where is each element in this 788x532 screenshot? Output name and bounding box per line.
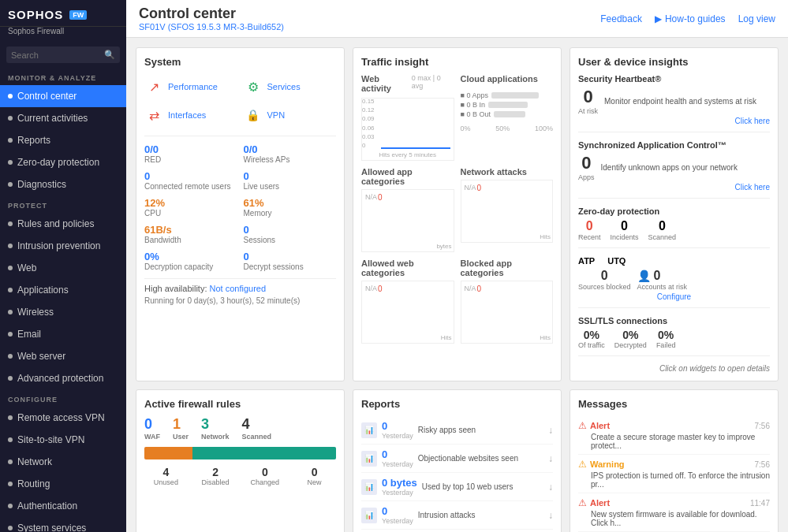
sidebar-item-remote-access-vpn[interactable]: Remote access VPN [0, 407, 126, 429]
report-icon-intrusion-attacks: 📊 [361, 508, 377, 523]
sidebar-item-current-activities[interactable]: Current activities [0, 107, 126, 129]
sidebar-label-applications: Applications [17, 285, 69, 296]
warn-icon-msg-2: ⚠ [578, 459, 587, 470]
msg-body-msg-2: IPS protection is turned off. To enforce… [578, 471, 770, 489]
web-activity-title: Web activity [361, 74, 412, 93]
sidebar-label-advanced-protection: Advanced protection [17, 373, 103, 384]
sidebar-item-web[interactable]: Web [0, 257, 126, 279]
cloud-axis: 0%50%100% [461, 125, 554, 132]
sidebar-sections: MONITOR & ANALYZEControl centerCurrent a… [0, 68, 126, 532]
sidebar-item-applications[interactable]: Applications [0, 279, 126, 301]
sidebar-item-control-center[interactable]: Control center [0, 85, 126, 107]
ssl-of-traffic-val: 0% [578, 329, 605, 341]
sidebar-item-site-to-site-vpn[interactable]: Site-to-site VPN [0, 429, 126, 451]
sidebar-item-rules-policies[interactable]: Rules and policies [0, 213, 126, 235]
connected-remote-stat: 0 Connected remote users [144, 168, 237, 193]
vpn-icon-item[interactable]: 🔒 VPN [244, 102, 337, 128]
report-num-risky-apps: 0 [382, 420, 387, 432]
sidebar-label-network: Network [17, 456, 52, 467]
msg-header-msg-3: ⚠ Alert 11:47 [578, 497, 770, 508]
bandwidth-stat: 61B/s Bandwidth [144, 221, 237, 247]
ssl-decrypted[interactable]: 0% Decrypted [614, 329, 647, 349]
blocked-app-chart: N/A 0 Hits [461, 281, 554, 344]
user-tab[interactable]: 1 User [173, 416, 189, 441]
disabled-label: Disabled [194, 478, 237, 486]
network-tab[interactable]: 3 Network [201, 416, 230, 441]
services-label: Services [267, 82, 301, 91]
atp-sources-blocked[interactable]: 0 Sources blocked [578, 269, 631, 291]
new-stat[interactable]: 0 New [293, 466, 336, 486]
disabled-stat[interactable]: 2 Disabled [194, 466, 237, 486]
report-arrow-risky-apps[interactable]: ↓ [548, 425, 553, 436]
allowed-app-section: Allowed app categories N/A 0 bytes [361, 167, 454, 252]
sidebar-item-authentication[interactable]: Authentication [0, 495, 126, 517]
configure-link[interactable]: Configure [578, 292, 770, 301]
performance-icon-item[interactable]: ↗ Performance [144, 74, 237, 99]
traffic-card: Traffic insight Web activity 0 max | 0 a… [353, 47, 562, 381]
ssl-failed[interactable]: 0% Failed [656, 329, 676, 349]
cloud-bar-2 [494, 111, 525, 117]
zero-day-scanned[interactable]: 0 Scanned [648, 219, 677, 241]
sync-app-link[interactable]: Click here [578, 183, 770, 192]
sidebar-item-advanced-protection[interactable]: Advanced protection [0, 367, 126, 389]
services-icon-item[interactable]: ⚙ Services [244, 74, 337, 99]
report-item-objectionable-websites[interactable]: 📊 0 Yesterday Objectionable websites see… [361, 445, 553, 473]
sidebar-item-system-services[interactable]: System services [0, 517, 126, 532]
unused-stat[interactable]: 4 Unused [144, 466, 188, 486]
messages-title: Messages [578, 398, 770, 410]
sidebar-item-wireless[interactable]: Wireless [0, 301, 126, 323]
sidebar-item-network[interactable]: Network [0, 451, 126, 473]
sidebar-item-reports[interactable]: Reports [0, 129, 126, 151]
cloud-bar-0 [491, 92, 539, 99]
allowed-app-chart: N/A 0 bytes [361, 189, 454, 252]
zero-day-section: Zero-day protection 0 Recent 0 Incidents… [578, 206, 770, 248]
ssl-failed-label: Failed [656, 341, 676, 349]
scanned-tab[interactable]: 4 Scanned [242, 416, 272, 441]
ha-link[interactable]: Not configured [210, 284, 267, 293]
zero-day-incidents[interactable]: 0 Incidents [611, 219, 639, 241]
sidebar-item-routing[interactable]: Routing [0, 473, 126, 495]
report-item-top-web-users[interactable]: 📊 0 bytes Yesterday Used by top 10 web u… [361, 473, 553, 501]
sidebar-item-web-server[interactable]: Web server [0, 345, 126, 367]
security-heartbeat-row: 0 At risk Monitor endpoint health and sy… [578, 87, 770, 115]
web-activity-maxavg: 0 max | 0 avg [412, 74, 454, 96]
interfaces-icon-item[interactable]: ⇄ Interfaces [144, 102, 237, 128]
ssl-of-traffic[interactable]: 0% Of traffic [578, 329, 605, 349]
play-icon: ▶ [655, 13, 662, 24]
atp-accounts-risk[interactable]: 👤 0 Accounts at risk [637, 269, 688, 291]
blocked-app-na: N/A [465, 285, 476, 292]
report-icon-risky-apps: 📊 [361, 422, 377, 438]
zero-day-recent[interactable]: 0 Recent [578, 219, 601, 241]
sidebar-item-email[interactable]: Email [0, 323, 126, 345]
msg-type-msg-3: Alert [590, 498, 610, 508]
sidebar-item-intrusion-prevention[interactable]: Intrusion prevention [0, 235, 126, 257]
report-item-intrusion-attacks[interactable]: 📊 0 Yesterday Intrusion attacks ↓ [361, 501, 553, 530]
network-attacks-axis: Hits [540, 233, 551, 240]
feedback-link[interactable]: Feedback [600, 13, 642, 24]
sidebar-dot-rules-policies [8, 221, 13, 226]
waf-tab[interactable]: 0 WAF [144, 416, 160, 441]
memory-label: Memory [244, 209, 337, 218]
atp-accounts-num: 0 [654, 269, 661, 283]
report-arrow-intrusion-attacks[interactable]: ↓ [548, 510, 553, 521]
sidebar-search[interactable]: 🔍 [6, 47, 120, 63]
live-users-label: Live users [244, 182, 337, 191]
report-arrow-objectionable-websites[interactable]: ↓ [548, 453, 553, 464]
changed-stat[interactable]: 0 Changed [244, 466, 287, 486]
how-to-guides-link[interactable]: ▶ How-to guides [655, 13, 726, 24]
ha-label: High availability: [144, 284, 207, 293]
sidebar-item-zero-day-protection[interactable]: Zero-day protection [0, 151, 126, 173]
zero-day-scanned-label: Scanned [648, 233, 677, 241]
chart-tick: Hits every 5 minutes [362, 151, 454, 158]
security-heartbeat-link[interactable]: Click here [578, 117, 770, 125]
waf-label: WAF [144, 433, 160, 441]
sidebar-dot-intrusion-prevention [8, 244, 13, 248]
report-arrow-top-web-users[interactable]: ↓ [548, 482, 553, 493]
sidebar-item-diagnostics[interactable]: Diagnostics [0, 173, 126, 195]
red-stat: 0/0 RED [144, 141, 237, 166]
search-input[interactable] [11, 50, 104, 60]
changed-num: 0 [244, 466, 287, 478]
log-view-link[interactable]: Log view [738, 13, 775, 24]
security-heartbeat-section: Security Heartbeat® 0 At risk Monitor en… [578, 74, 770, 132]
report-item-risky-apps[interactable]: 📊 0 Yesterday Risky apps seen ↓ [361, 416, 553, 445]
